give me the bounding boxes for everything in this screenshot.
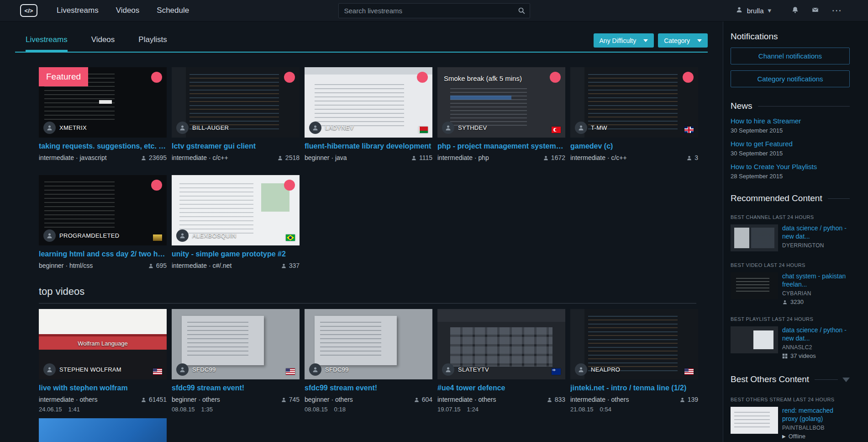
news-link[interactable]: How to Create Your Playlists	[731, 163, 850, 170]
category-filter-dropdown[interactable]: Category	[658, 33, 708, 48]
stream-card[interactable]: Smoke break (afk 5 mins) SYTHDEV php - p…	[437, 67, 565, 161]
stream-thumbnail[interactable]: BILL-AUGER	[172, 67, 300, 138]
category-notifications-button[interactable]: Category notifications	[731, 70, 850, 87]
channel-name[interactable]: NEALPRO	[591, 366, 620, 373]
video-card-partial[interactable]	[39, 418, 167, 442]
best-video-item[interactable]: chat system - pakistan freelan... CYBARI…	[731, 272, 850, 305]
stream-title[interactable]: taking requests. suggestions, etc. need …	[39, 142, 167, 150]
nav-link-schedule[interactable]: Schedule	[157, 6, 189, 15]
video-thumbnail[interactable]: NEALPRO	[570, 309, 698, 379]
video-card[interactable]: NEALPRO jinteki.net - intro / tenma line…	[570, 309, 698, 413]
best-playlist-item[interactable]: data science / python - new dat... ANNAS…	[731, 326, 850, 359]
recommended-title[interactable]: chat system - pakistan freelan...	[782, 272, 850, 288]
channel-name[interactable]: SFDC99	[325, 366, 349, 373]
news-link[interactable]: How to hire a Streamer	[731, 117, 850, 125]
stream-title[interactable]: unity - simple game prototype #2	[172, 250, 300, 258]
video-thumbnail[interactable]: SFDC99	[305, 309, 432, 379]
channel-name[interactable]: T-MW	[591, 124, 607, 131]
best-channel-item[interactable]: data science / python - new dat... DYERR…	[731, 224, 850, 251]
tab-livestreams[interactable]: Livestreams	[26, 35, 68, 52]
stream-title[interactable]: learning html and css day 2/ two hours .…	[39, 250, 167, 258]
channel-avatar[interactable]	[309, 122, 321, 134]
channel-avatar[interactable]	[176, 122, 189, 134]
channel-name[interactable]: SFDC99	[192, 366, 216, 373]
stream-card[interactable]: T-MW gamedev (c) intermediate · c/c++ 3	[570, 67, 698, 161]
expand-caret-icon[interactable]	[842, 378, 850, 386]
stream-card[interactable]: PROGRAMDELETED learning html and css day…	[39, 175, 167, 269]
video-title[interactable]: #ue4 tower defence	[437, 384, 565, 392]
stream-card[interactable]: Featured XMETRIX taking requests. sugges…	[39, 67, 167, 161]
stream-thumbnail[interactable]: LADYNEV	[305, 67, 432, 138]
channel-avatar[interactable]	[442, 122, 454, 134]
channel-byline[interactable]: SFDC99	[309, 363, 349, 376]
video-thumbnail[interactable]	[39, 418, 167, 442]
channel-avatar[interactable]	[43, 122, 56, 134]
video-card[interactable]: SFDC99 sfdc99 stream event! beginner · o…	[305, 309, 432, 413]
stream-card[interactable]: BILL-AUGER lctv gstreamer gui client int…	[172, 67, 300, 161]
video-card[interactable]: Wolfram Language STEPHEN WOLFRAM live wi…	[39, 309, 167, 413]
channel-name[interactable]: LADYNEV	[325, 124, 354, 131]
channel-name[interactable]: BILL-AUGER	[192, 124, 229, 131]
channel-byline[interactable]: T-MW	[575, 122, 607, 134]
channel-avatar[interactable]	[309, 363, 321, 376]
recommended-thumbnail[interactable]	[731, 272, 778, 299]
recommended-thumbnail[interactable]	[731, 224, 778, 251]
video-card[interactable]: SLATEYTV #ue4 tower defence intermediate…	[437, 309, 565, 413]
nav-link-videos[interactable]: Videos	[116, 6, 140, 15]
video-title[interactable]: sfdc99 stream event!	[305, 384, 432, 392]
channel-byline[interactable]: XMETRIX	[43, 122, 87, 134]
overflow-menu-icon[interactable]: ⋯	[831, 5, 842, 16]
recommended-title[interactable]: data science / python - new dat...	[782, 224, 850, 240]
stream-title[interactable]: php - project management system in 2 ...	[437, 142, 565, 150]
channel-byline[interactable]: ALEXBOSQUIN	[176, 229, 237, 242]
channel-notifications-button[interactable]: Channel notifications	[731, 48, 850, 64]
video-title[interactable]: jinteki.net - intro / tenma line (1/2)	[570, 384, 698, 392]
tab-videos[interactable]: Videos	[91, 35, 115, 52]
video-thumbnail[interactable]: SFDC99	[172, 309, 300, 379]
channel-byline[interactable]: PROGRAMDELETED	[43, 229, 119, 242]
channel-avatar[interactable]	[43, 229, 56, 242]
stream-card[interactable]: LADYNEV fluent-hibernate library develop…	[305, 67, 432, 161]
tab-playlists[interactable]: Playlists	[138, 35, 167, 52]
channel-name[interactable]: XMETRIX	[59, 124, 87, 131]
recommended-thumbnail[interactable]	[731, 326, 778, 353]
site-logo-icon[interactable]: </>	[20, 4, 37, 17]
channel-avatar[interactable]	[43, 363, 56, 376]
recommended-title[interactable]: data science / python - new dat...	[782, 326, 850, 342]
best-others-stream-item[interactable]: rend: memcached proxy (golang) PAINTBALL…	[731, 407, 850, 440]
channel-avatar[interactable]	[176, 363, 189, 376]
channel-byline[interactable]: SLATEYTV	[442, 363, 489, 376]
channel-avatar[interactable]	[575, 363, 587, 376]
channel-byline[interactable]: LADYNEV	[309, 122, 354, 134]
channel-avatar[interactable]	[575, 122, 587, 134]
stream-thumbnail[interactable]: Smoke break (afk 5 mins) SYTHDEV	[437, 67, 565, 138]
stream-thumbnail[interactable]: Featured XMETRIX	[39, 67, 167, 138]
channel-name[interactable]: PROGRAMDELETED	[59, 232, 119, 239]
video-thumbnail[interactable]: SLATEYTV	[437, 309, 565, 379]
channel-name[interactable]: SLATEYTV	[458, 366, 489, 373]
channel-byline[interactable]: BILL-AUGER	[176, 122, 229, 134]
channel-byline[interactable]: SFDC99	[176, 363, 216, 376]
video-title[interactable]: live with stephen wolfram	[39, 384, 167, 392]
stream-thumbnail[interactable]: T-MW	[570, 67, 698, 138]
channel-avatar[interactable]	[176, 229, 189, 242]
user-menu[interactable]: brulla ▾	[736, 6, 771, 15]
video-title[interactable]: sfdc99 stream event!	[172, 384, 300, 392]
stream-title[interactable]: gamedev (c)	[570, 142, 698, 150]
news-link[interactable]: How to get Featured	[731, 140, 850, 148]
channel-byline[interactable]: SYTHDEV	[442, 122, 487, 134]
notifications-bell-icon[interactable]	[791, 6, 799, 16]
channel-avatar[interactable]	[442, 363, 454, 376]
stream-title[interactable]: lctv gstreamer gui client	[172, 142, 300, 150]
channel-name[interactable]: SYTHDEV	[458, 124, 487, 131]
search-icon[interactable]	[518, 7, 526, 16]
video-thumbnail[interactable]: Wolfram Language STEPHEN WOLFRAM	[39, 309, 167, 379]
channel-name[interactable]: ALEXBOSQUIN	[192, 232, 237, 239]
recommended-title[interactable]: rend: memcached proxy (golang)	[782, 407, 850, 423]
nav-link-livestreams[interactable]: Livestreams	[57, 6, 99, 15]
channel-byline[interactable]: STEPHEN WOLFRAM	[43, 363, 121, 376]
recommended-thumbnail[interactable]	[731, 407, 778, 434]
difficulty-filter-dropdown[interactable]: Any Difficulty	[594, 33, 654, 48]
stream-title[interactable]: fluent-hibernate library development	[305, 142, 432, 150]
video-card[interactable]: SFDC99 sfdc99 stream event! beginner · o…	[172, 309, 300, 413]
